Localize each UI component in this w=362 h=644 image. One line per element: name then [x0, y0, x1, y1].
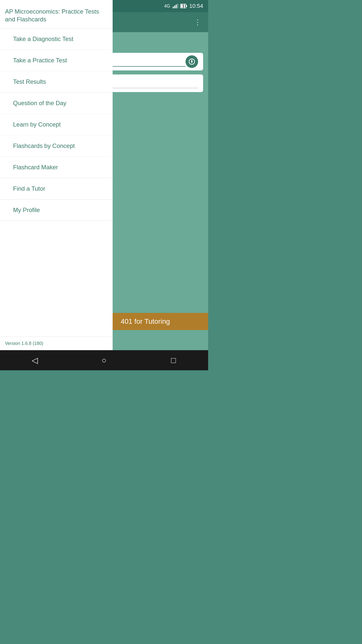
- navigation-bar: ◁ ○ □: [0, 350, 208, 370]
- svg-rect-6: [186, 5, 187, 7]
- svg-rect-0: [173, 7, 174, 8]
- svg-rect-1: [174, 6, 175, 8]
- drawer-section-tutor: Find a Tutor: [0, 178, 113, 199]
- drawer-item-diagnostic-test[interactable]: Take a Diagnostic Test: [0, 28, 113, 50]
- drawer-version: Version 1.6.8 (180): [0, 337, 113, 350]
- drawer-item-test-results[interactable]: Test Results: [0, 71, 113, 92]
- drawer-section-study: Question of the Day Learn by Concept Fla…: [0, 93, 113, 178]
- drawer-item-flashcards-by-concept[interactable]: Flashcards by Concept: [0, 135, 113, 157]
- version-text: Version 1.6.8 (180): [5, 341, 43, 346]
- compass-icon[interactable]: [186, 55, 198, 68]
- drawer-section-profile: My Profile: [0, 199, 113, 221]
- drawer-item-practice-test[interactable]: Take a Practice Test: [0, 50, 113, 71]
- drawer-item-learn-by-concept[interactable]: Learn by Concept: [0, 114, 113, 135]
- banner-text: 401 for Tutoring: [121, 317, 170, 326]
- nav-recents-button[interactable]: □: [166, 353, 181, 368]
- drawer-item-find-a-tutor[interactable]: Find a Tutor: [0, 178, 113, 199]
- overflow-menu-button[interactable]: ⋮: [192, 16, 203, 28]
- side-drawer: AP Microeconomics: Practice Tests and Fl…: [0, 0, 113, 350]
- signal-bars-icon: [172, 3, 178, 9]
- battery-icon: [180, 3, 187, 9]
- signal-icon: 4G: [164, 4, 170, 9]
- status-icons: 4G 10:54: [164, 3, 203, 9]
- drawer-header-text: AP Microeconomics: Practice Tests and Fl…: [5, 8, 99, 23]
- drawer-item-question-of-the-day[interactable]: Question of the Day: [0, 93, 113, 114]
- svg-rect-2: [176, 5, 177, 8]
- drawer-item-flashcard-maker[interactable]: Flashcard Maker: [0, 157, 113, 178]
- drawer-section-tests: Take a Diagnostic Test Take a Practice T…: [0, 28, 113, 93]
- drawer-header: AP Microeconomics: Practice Tests and Fl…: [0, 0, 113, 28]
- time-display: 10:54: [189, 3, 203, 9]
- drawer-item-my-profile[interactable]: My Profile: [0, 199, 113, 221]
- svg-rect-3: [177, 4, 178, 8]
- nav-back-button[interactable]: ◁: [27, 353, 42, 368]
- nav-home-button[interactable]: ○: [97, 353, 112, 368]
